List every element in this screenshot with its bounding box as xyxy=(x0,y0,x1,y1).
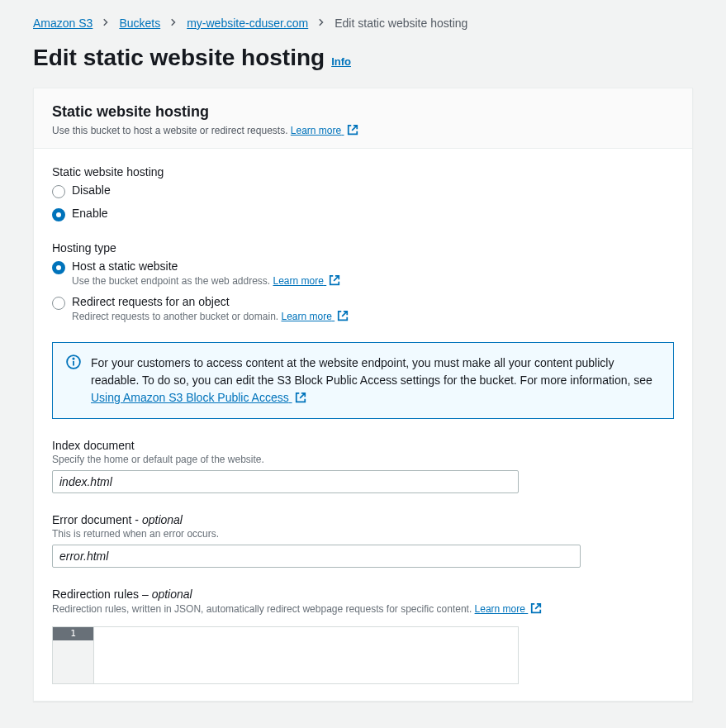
hosting-type-host-desc-text: Use the bucket endpoint as the web addre… xyxy=(72,275,270,287)
hosting-type-redirect-radio[interactable]: Redirect requests for an object Redirect… xyxy=(52,295,674,322)
svg-point-2 xyxy=(73,358,74,359)
radio-icon xyxy=(52,185,65,198)
alert-text-body: For your customers to access content at … xyxy=(91,356,652,387)
chevron-right-icon xyxy=(316,17,326,30)
index-document-input[interactable] xyxy=(52,470,519,493)
alert-link-text: Using Amazon S3 Block Public Access xyxy=(91,391,289,404)
error-document-sub: This is returned when an error occurs. xyxy=(52,528,674,540)
hosting-type-host-learn-link[interactable]: Learn more xyxy=(273,275,341,287)
redirection-rules-editor[interactable]: 1 xyxy=(52,626,519,684)
external-link-icon xyxy=(530,602,542,614)
alert-text: For your customers to access content at … xyxy=(91,354,660,407)
panel-header: Static website hosting Use this bucket t… xyxy=(34,88,692,149)
radio-icon xyxy=(52,297,65,310)
hosting-type-redirect-desc-text: Redirect requests to another bucket or d… xyxy=(72,311,278,322)
hosting-enable-radio[interactable]: Enable xyxy=(52,207,674,221)
chevron-right-icon xyxy=(168,17,178,30)
hosting-disable-radio[interactable]: Disable xyxy=(52,183,674,198)
editor-content[interactable] xyxy=(94,627,518,683)
static-website-hosting-panel: Static website hosting Use this bucket t… xyxy=(33,88,693,702)
hosting-toggle-label: Static website hosting xyxy=(52,165,674,178)
learn-more-text: Learn more xyxy=(281,311,331,322)
hosting-type-redirect-desc: Redirect requests to another bucket or d… xyxy=(72,310,349,322)
breadcrumb-amazon-s3[interactable]: Amazon S3 xyxy=(33,17,93,30)
panel-title: Static website hosting xyxy=(52,103,674,121)
line-number: 1 xyxy=(53,627,93,640)
alert-block-public-access-link[interactable]: Using Amazon S3 Block Public Access xyxy=(91,391,306,404)
breadcrumb-current: Edit static website hosting xyxy=(335,17,467,30)
chevron-right-icon xyxy=(101,17,111,30)
radio-icon xyxy=(52,208,65,221)
breadcrumb: Amazon S3 Buckets my-website-cduser.com … xyxy=(33,17,693,30)
panel-subtitle: Use this bucket to host a website or red… xyxy=(52,124,674,136)
redirection-rules-label-optional: optional xyxy=(152,588,192,601)
error-document-input[interactable] xyxy=(52,545,581,568)
public-access-info-alert: For your customers to access content at … xyxy=(52,342,674,419)
info-link[interactable]: Info xyxy=(331,55,351,68)
external-link-icon xyxy=(347,124,358,136)
hosting-type-host-title: Host a static website xyxy=(72,259,340,273)
hosting-type-redirect-title: Redirect requests for an object xyxy=(72,295,349,308)
hosting-type-host-desc: Use the bucket endpoint as the web addre… xyxy=(72,274,340,287)
error-document-label-optional: optional xyxy=(142,513,183,526)
breadcrumb-buckets[interactable]: Buckets xyxy=(119,17,160,30)
redirection-rules-sub: Redirection rules, written in JSON, auto… xyxy=(52,602,674,615)
editor-gutter: 1 xyxy=(53,627,94,683)
learn-more-text: Learn more xyxy=(273,275,324,287)
hosting-enable-label: Enable xyxy=(72,207,108,220)
error-document-label: Error document - optional xyxy=(52,513,674,526)
panel-subtitle-text: Use this bucket to host a website or red… xyxy=(52,125,287,136)
panel-learn-more-text: Learn more xyxy=(291,125,341,136)
hosting-toggle-group: Static website hosting Disable Enable xyxy=(52,165,674,221)
external-link-icon xyxy=(329,274,340,286)
redirection-rules-sub-text: Redirection rules, written in JSON, auto… xyxy=(52,603,472,615)
index-document-sub: Specify the home or default page of the … xyxy=(52,454,674,465)
error-document-label-main: Error document - xyxy=(52,513,142,526)
external-link-icon xyxy=(337,310,349,321)
panel-body: Static website hosting Disable Enable Ho… xyxy=(34,149,692,701)
redirection-rules-label: Redirection rules – optional xyxy=(52,588,674,601)
info-icon xyxy=(66,354,81,407)
error-document-group: Error document - optional This is return… xyxy=(52,513,674,568)
index-document-label: Index document xyxy=(52,439,674,452)
redirection-rules-learn-link[interactable]: Learn more xyxy=(475,603,543,615)
hosting-type-label: Hosting type xyxy=(52,241,674,255)
hosting-disable-label: Disable xyxy=(72,183,111,197)
learn-more-text: Learn more xyxy=(475,603,525,615)
page-title-text: Edit static website hosting xyxy=(33,45,325,71)
hosting-type-group: Hosting type Host a static website Use t… xyxy=(52,241,674,322)
breadcrumb-bucket-name[interactable]: my-website-cduser.com xyxy=(187,17,308,30)
radio-icon xyxy=(52,261,65,274)
hosting-type-redirect-learn-link[interactable]: Learn more xyxy=(281,311,349,322)
index-document-group: Index document Specify the home or defau… xyxy=(52,439,674,493)
page-title: Edit static website hosting Info xyxy=(33,45,693,71)
hosting-type-host-radio[interactable]: Host a static website Use the bucket end… xyxy=(52,259,674,287)
redirection-rules-group: Redirection rules – optional Redirection… xyxy=(52,588,674,684)
redirection-rules-label-main: Redirection rules – xyxy=(52,588,152,601)
external-link-icon xyxy=(295,392,306,403)
panel-learn-more-link[interactable]: Learn more xyxy=(291,125,358,136)
